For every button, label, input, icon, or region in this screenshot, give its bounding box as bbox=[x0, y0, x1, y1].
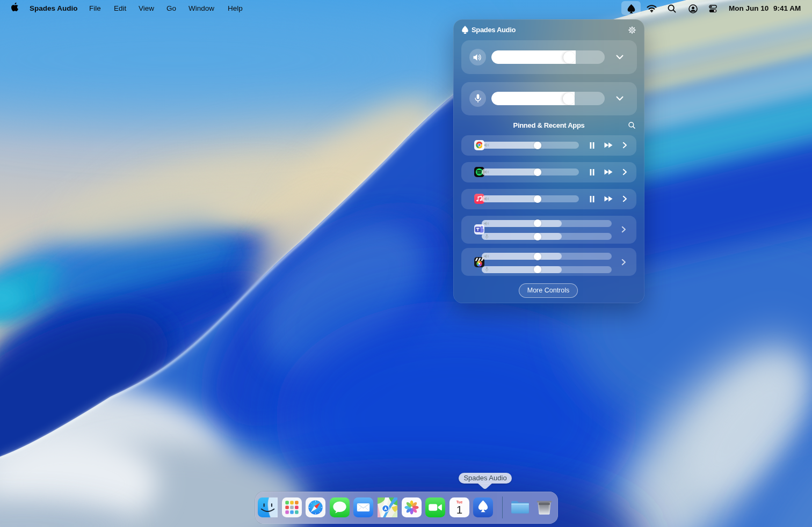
svg-text:1: 1 bbox=[456, 503, 462, 516]
